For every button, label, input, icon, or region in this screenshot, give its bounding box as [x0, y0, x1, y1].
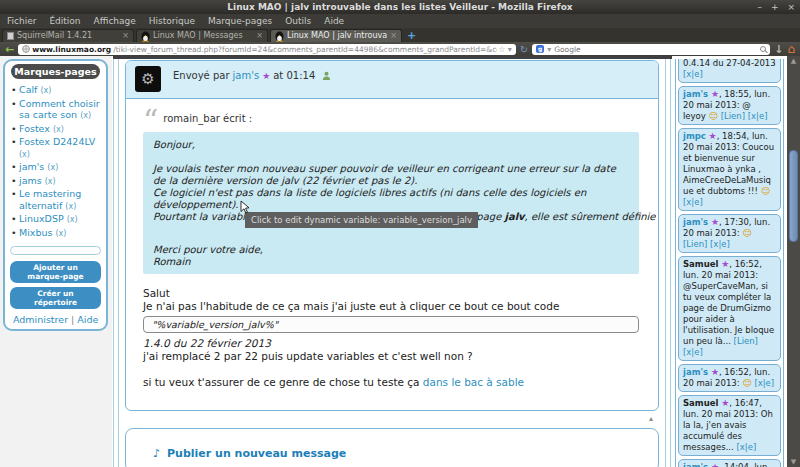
thread-outer-frame: ⚙ Envoyé par jam's ★ at 01:14 “ romain_: [113, 59, 671, 467]
reload-icon[interactable]: ↻: [520, 44, 528, 55]
list-item: Le mastering alternatif (x): [10, 188, 101, 212]
shout-author-link[interactable]: Samuel: [683, 259, 718, 269]
shout-author-link[interactable]: jmpc: [683, 131, 706, 141]
shoutbox-message: Samuel ★, 16:52, lun. 20 mai 2013: @Supe…: [678, 256, 781, 361]
search-engine-icon[interactable]: g: [536, 45, 544, 53]
bookmark-link[interactable]: jam's: [19, 161, 44, 172]
add-bookmark-button[interactable]: Ajouter un marque-page: [10, 261, 101, 283]
publish-new-message-link[interactable]: ♪Publier un nouveau message: [153, 447, 346, 460]
downloads-icon[interactable]: ↓: [774, 43, 783, 56]
bookmark-link[interactable]: Fostex: [19, 123, 50, 134]
administer-link[interactable]: Administrer: [13, 314, 68, 325]
message-links[interactable]: [x|e]: [683, 69, 703, 79]
menu-affichage[interactable]: Affichage: [94, 14, 136, 28]
tab-close-icon[interactable]: ×: [122, 30, 129, 42]
bookmark-star-icon[interactable]: ☆: [499, 45, 506, 54]
collapse-arrow-icon[interactable]: ▴: [649, 414, 653, 423]
url-dropdown-icon[interactable]: ▾: [508, 45, 512, 54]
shout-author-link[interactable]: jam's: [683, 89, 708, 99]
search-engine-dropdown-icon[interactable]: ▾: [547, 45, 551, 54]
maximize-button[interactable]: +: [771, 0, 779, 14]
shoutbox-message: 21 mai 2013: Emma 0.4.14 du 27-04-2013 […: [678, 59, 781, 83]
scrollbar[interactable]: ▲ ▼: [787, 56, 800, 467]
bookmark-remove-link[interactable]: (x): [80, 111, 91, 120]
shout-author-link[interactable]: jam's: [683, 367, 708, 377]
quoted-message: Bonjour, Je voulais tester mon nouveau s…: [143, 132, 639, 274]
post-body: “ romain_bar écrit : Bonjour, Je voulais…: [126, 99, 658, 411]
reply-text: Salut Je n'ai pas l'habitude de ce ça ma…: [143, 287, 641, 411]
scrollbar-thumb[interactable]: [789, 150, 798, 242]
shout-author-link[interactable]: jam's: [683, 462, 708, 467]
avatar[interactable]: ⚙: [135, 66, 161, 92]
shoutbox-message: jam's ★, 18:55, lun. 20 mai 2013: @ leyo…: [678, 86, 781, 125]
message-links[interactable]: [Lien] [x|e]: [721, 111, 768, 121]
thread-inner-frame: ⚙ Envoyé par jam's ★ at 01:14 “ romain_: [118, 59, 666, 467]
quote-mark-icon: “: [143, 113, 155, 129]
scroll-down-icon[interactable]: ▼: [787, 458, 800, 466]
bookmark-remove-link[interactable]: (x): [47, 163, 58, 172]
code-snippet[interactable]: "%variable_version_jalv%": [143, 316, 639, 333]
shout-author-link[interactable]: Samuel: [683, 398, 718, 408]
bookmark-link[interactable]: Calf: [19, 84, 37, 95]
back-button[interactable]: ←: [5, 44, 14, 55]
message-links[interactable]: [x|e]: [683, 197, 703, 207]
bookmark-link[interactable]: Mixbus: [19, 227, 52, 238]
bookmark-remove-link[interactable]: (x): [45, 177, 56, 186]
menu-outils[interactable]: Outils: [285, 14, 311, 28]
bookmark-remove-link[interactable]: (x): [40, 86, 51, 95]
music-note-icon: ♪: [153, 447, 160, 460]
search-input[interactable]: [554, 45, 757, 54]
scroll-up-icon[interactable]: ▲: [787, 57, 800, 65]
tab-close-icon[interactable]: ×: [390, 30, 397, 42]
bookmark-remove-link[interactable]: (x): [56, 229, 67, 238]
post-author-link[interactable]: jam's: [233, 70, 260, 81]
shoutbox-column: 21 mai 2013: Emma 0.4.14 du 27-04-2013 […: [672, 56, 787, 467]
menu-marque-pages[interactable]: Marque-pages: [208, 14, 272, 28]
sandbox-link[interactable]: dans le bac à sable: [423, 376, 524, 388]
bookmark-name-input[interactable]: [10, 246, 101, 255]
bookmark-remove-link[interactable]: (x): [67, 215, 78, 224]
quote-attribution: “ romain_bar écrit :: [143, 113, 641, 129]
shoutbox-panel: 21 mai 2013: Emma 0.4.14 du 27-04-2013 […: [675, 59, 784, 467]
close-button[interactable]: ×: [787, 0, 795, 14]
shoutbox-message: jam's ★, 14:04, lun. 20 mai 2013: @ samu…: [678, 459, 781, 467]
bookmark-link[interactable]: Fostex D2424LV: [19, 136, 95, 147]
minimize-button[interactable]: –: [757, 0, 762, 14]
bookmark-remove-link[interactable]: (x): [19, 150, 30, 159]
author-star-icon: ★: [711, 462, 719, 467]
shout-author-link[interactable]: jam's: [683, 217, 708, 227]
window-title: Linux MAO | jalv introuvable dans les li…: [227, 2, 572, 12]
message-links[interactable]: [Lien] [x|e]: [683, 239, 730, 249]
tab-close-icon[interactable]: ×: [256, 30, 263, 42]
tux-favicon-icon: [141, 31, 150, 42]
bookmarks-list: Calf (x) Comment choisir sa carte son (x…: [10, 84, 101, 239]
smiley-icon: ☺: [709, 111, 718, 121]
message-links[interactable]: [x|e]: [754, 378, 774, 388]
list-item: Calf (x): [10, 84, 101, 97]
new-tab-button[interactable]: +: [407, 30, 416, 42]
menu-fichier[interactable]: Fichier: [7, 14, 36, 28]
search-bar[interactable]: g ▾: [532, 44, 770, 55]
bookmark-link[interactable]: jams: [19, 175, 42, 186]
tab-squirrelmail[interactable]: SquirrelMail 1.4.21 ×: [2, 29, 134, 42]
home-icon[interactable]: ⌂: [787, 44, 795, 55]
help-link[interactable]: Aide: [77, 314, 98, 325]
smiley-icon: ☺: [761, 186, 770, 196]
site-globe-icon: [22, 45, 30, 53]
menu-historique[interactable]: Historique: [149, 14, 195, 28]
menu-edition[interactable]: Édition: [49, 14, 80, 28]
menu-aide[interactable]: Aide: [324, 14, 344, 28]
url-domain: www.linuxmao.org: [32, 45, 111, 54]
url-bar[interactable]: www.linuxmao.org /tiki-view_forum_thread…: [18, 44, 516, 55]
navigation-toolbar: ← www.linuxmao.org /tiki-view_forum_thre…: [0, 42, 800, 56]
tab-linuxmao-jalv-active[interactable]: Linux MAO | jalv introuvable dans l... ×: [270, 29, 402, 42]
list-item: LinuxDSP (x): [10, 213, 101, 226]
search-magnifier-icon[interactable]: [760, 46, 766, 52]
bookmark-link[interactable]: LinuxDSP: [19, 213, 64, 224]
create-folder-button[interactable]: Créer un répertoire: [10, 287, 101, 309]
bookmarks-sidebar: Marques-pages Calf (x) Comment choisir s…: [0, 56, 112, 467]
tab-linuxmao-messages[interactable]: Linux MAO | Messages ×: [136, 29, 268, 42]
message-links[interactable]: [x|e]: [736, 442, 756, 452]
bookmark-remove-link[interactable]: (x): [53, 125, 64, 134]
bookmark-remove-link[interactable]: (x): [65, 202, 76, 211]
